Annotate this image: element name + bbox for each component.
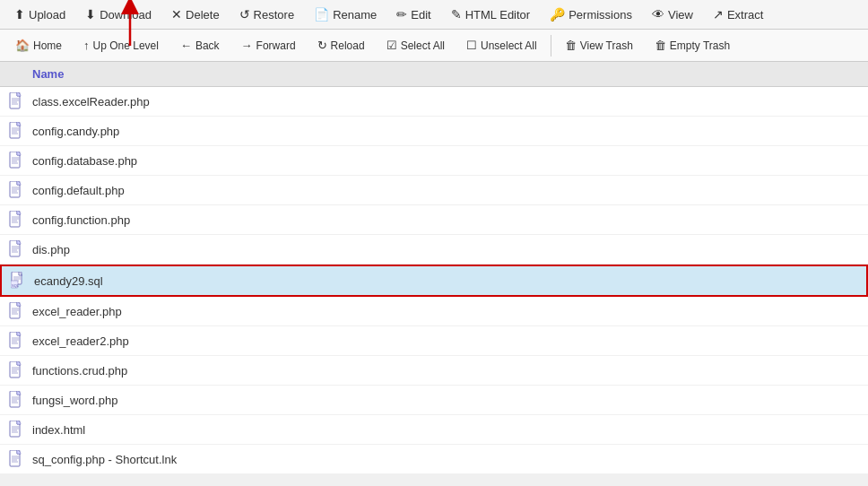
up-one-level-label: Up One Level: [93, 39, 159, 52]
empty-trash-icon: 🗑: [655, 39, 666, 52]
select-all-label: Select All: [401, 39, 445, 52]
up-icon: ↑: [83, 39, 90, 52]
reload-icon: ↻: [317, 39, 327, 52]
permissions-label: Permissions: [569, 8, 632, 22]
file-icon: [7, 301, 25, 321]
file-list-header: Name: [0, 62, 868, 87]
view-button[interactable]: 👁 View: [643, 4, 702, 25]
file-icon: [7, 449, 25, 469]
name-column-header: Name: [7, 67, 64, 81]
toolbar: ⬆ Upload ⬇ Download ✕ Delete ↺ Restore 📄…: [0, 0, 868, 30]
permissions-button[interactable]: 🔑 Permissions: [541, 4, 641, 25]
rename-icon: 📄: [314, 7, 329, 22]
reload-label: Reload: [331, 39, 365, 52]
navbar: 🏠 Home ↑ Up One Level ← Back → Forward ↻…: [0, 30, 868, 62]
download-label: Download: [100, 8, 152, 22]
upload-button[interactable]: ⬆ Upload: [5, 4, 74, 25]
file-rows-container: class.excelReader.php config.candy.php c…: [0, 87, 868, 474]
forward-button[interactable]: → Forward: [231, 33, 306, 57]
view-label: View: [668, 8, 693, 22]
home-label: Home: [33, 39, 62, 52]
table-row[interactable]: excel_reader.php: [0, 297, 868, 326]
file-icon: [7, 210, 25, 230]
select-all-icon: ☑: [386, 39, 397, 52]
file-icon: [7, 390, 25, 410]
file-name: index.html: [32, 423, 85, 437]
file-name: config.default.php: [32, 184, 125, 197]
home-button[interactable]: 🏠 Home: [5, 33, 72, 57]
file-icon: [7, 91, 25, 111]
forward-icon: →: [241, 39, 253, 52]
table-row[interactable]: functions.crud.php: [0, 356, 868, 386]
file-name: ecandy29.sql: [34, 274, 103, 288]
download-button[interactable]: ⬇ Download: [76, 4, 161, 25]
rename-label: Rename: [333, 8, 377, 22]
table-row[interactable]: class.excelReader.php: [0, 87, 868, 117]
file-name: config.function.php: [32, 213, 130, 227]
table-row[interactable]: SQL ecandy29.sql: [0, 265, 868, 297]
restore-button[interactable]: ↺ Restore: [230, 4, 304, 25]
table-row[interactable]: config.function.php: [0, 205, 868, 235]
select-all-button[interactable]: ☑ Select All: [377, 33, 455, 57]
file-icon: [7, 331, 25, 351]
delete-label: Delete: [186, 8, 220, 22]
edit-button[interactable]: ✏ Edit: [387, 4, 439, 25]
file-icon: [7, 360, 25, 380]
svg-text:SQL: SQL: [12, 283, 20, 288]
home-icon: 🏠: [15, 39, 30, 52]
table-row[interactable]: config.default.php: [0, 176, 868, 205]
edit-icon: ✏: [396, 7, 407, 22]
file-name: config.database.php: [32, 154, 137, 168]
delete-icon: ✕: [171, 7, 182, 22]
file-icon: [7, 420, 25, 439]
back-button[interactable]: ← Back: [170, 33, 230, 57]
unselect-all-button[interactable]: ☐ Unselect All: [456, 33, 547, 57]
table-row[interactable]: config.candy.php: [0, 117, 868, 146]
table-row[interactable]: fungsi_word.php: [0, 386, 868, 415]
file-icon: SQL: [9, 271, 27, 291]
unselect-all-icon: ☐: [466, 39, 477, 52]
file-name: excel_reader.php: [32, 305, 122, 318]
extract-icon: ↗: [713, 7, 724, 22]
table-row[interactable]: dis.php: [0, 235, 868, 265]
file-name: config.candy.php: [32, 125, 119, 138]
delete-button[interactable]: ✕ Delete: [162, 4, 229, 25]
table-row[interactable]: config.database.php: [0, 146, 868, 176]
view-trash-label: View Trash: [580, 39, 633, 52]
file-name: excel_reader2.php: [32, 334, 129, 348]
edit-label: Edit: [411, 8, 430, 22]
file-name: dis.php: [32, 243, 70, 256]
extract-label: Extract: [727, 8, 763, 22]
file-icon: [7, 121, 25, 141]
rename-button[interactable]: 📄 Rename: [305, 4, 386, 25]
html-editor-button[interactable]: ✎ HTML Editor: [442, 4, 539, 25]
empty-trash-button[interactable]: 🗑 Empty Trash: [645, 33, 740, 57]
download-icon: ⬇: [85, 7, 96, 22]
file-name: class.excelReader.php: [32, 95, 150, 108]
extract-button[interactable]: ↗ Extract: [704, 4, 772, 25]
file-icon: [7, 151, 25, 170]
file-icon: [7, 180, 25, 200]
back-label: Back: [195, 39, 220, 52]
table-row[interactable]: index.html: [0, 415, 868, 445]
table-row[interactable]: excel_reader2.php: [0, 326, 868, 356]
nav-divider: [551, 35, 551, 56]
table-row[interactable]: sq_config.php - Shortcut.lnk: [0, 445, 868, 474]
reload-button[interactable]: ↻ Reload: [308, 33, 375, 57]
permissions-icon: 🔑: [550, 7, 565, 22]
file-icon: [7, 239, 25, 259]
file-name: fungsi_word.php: [32, 394, 117, 407]
empty-trash-label: Empty Trash: [670, 39, 730, 52]
file-list: Name class.excelReader.php config.candy.…: [0, 62, 868, 474]
unselect-all-label: Unselect All: [481, 39, 537, 52]
view-trash-icon: 🗑: [565, 39, 577, 52]
up-one-level-button[interactable]: ↑ Up One Level: [74, 33, 169, 57]
back-icon: ←: [180, 39, 192, 52]
view-trash-button[interactable]: 🗑 View Trash: [555, 33, 643, 57]
forward-label: Forward: [256, 39, 296, 52]
html-editor-label: HTML Editor: [465, 8, 530, 22]
restore-label: Restore: [254, 8, 295, 22]
upload-label: Upload: [29, 8, 65, 22]
html-editor-icon: ✎: [451, 7, 462, 22]
file-name: sq_config.php - Shortcut.lnk: [32, 453, 177, 466]
